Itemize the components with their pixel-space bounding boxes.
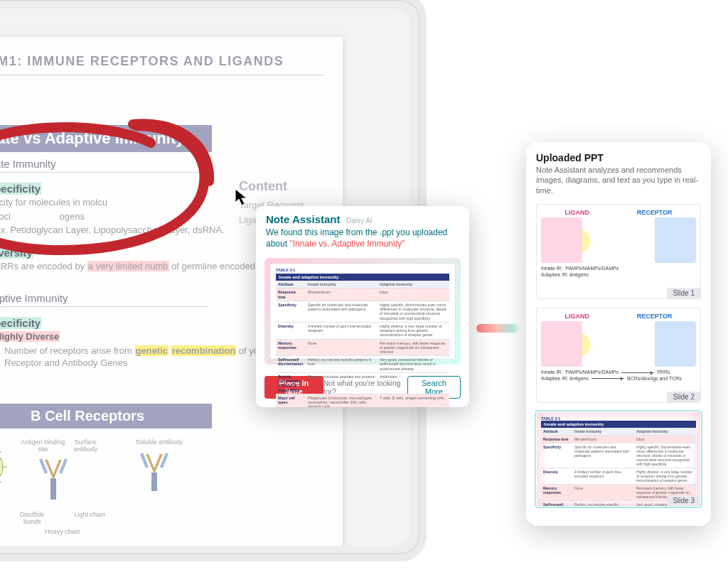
svg-line-7 xyxy=(0,451,1,454)
svg-rect-10 xyxy=(50,478,56,500)
connector-icon xyxy=(476,324,519,333)
result-table: TABLE 3-1 Innate and adaptive immunity A… xyxy=(270,264,455,359)
slide-number: Slide 1 xyxy=(667,288,700,298)
slide-content: LIGANDRECEPTOR Innate IR: PAMPs/MAMPs/DA… xyxy=(541,313,696,388)
slide-thumbnail-selected[interactable]: TABLE 3-1 Innate and adaptive immunity A… xyxy=(536,411,701,507)
ppt-panel-subtitle: Note Assistant analyzes and recommends i… xyxy=(536,165,701,195)
popover-brand: Daisy AI xyxy=(346,217,373,225)
slide-number: Slide 2 xyxy=(667,392,700,402)
figure-label: Surface antibody xyxy=(66,438,105,453)
slide-thumbnail[interactable]: LIGANDRECEPTOR Innate IR: PAMPs/MAMPs/DA… xyxy=(536,204,701,299)
svg-point-0 xyxy=(0,450,3,484)
figure-label: Antigen- binding receptor (antibody) xyxy=(0,490,9,518)
ppt-panel-title: Uploaded PPT xyxy=(536,152,701,163)
section-heading: Innate vs Adaptive Immunity xyxy=(0,125,212,152)
figure-label: Light chain xyxy=(74,511,105,525)
antibody-icon xyxy=(127,446,191,502)
popover-header: Note Assistant Daisy AI We found this im… xyxy=(256,206,469,252)
slide-number: Slide 3 xyxy=(667,495,700,506)
slide-content: TABLE 3-1 Innate and adaptive immunity A… xyxy=(541,416,696,492)
popover-subtitle: We found this image from the .ppt you up… xyxy=(266,227,459,249)
figure-row: B cell Antigen- binding receptor (antibo… xyxy=(0,438,324,535)
figure-label: Disulfide bonds xyxy=(20,511,45,525)
popover-result-image[interactable]: TABLE 3-1 Innate and adaptive immunity A… xyxy=(264,258,461,365)
page-title: GY | M1: IMMUNE RECEPTORS AND LIGANDS xyxy=(0,54,324,75)
subsection-label: Innate Immunity xyxy=(0,158,208,173)
figure-label: Heavy chain xyxy=(20,528,105,535)
slide-thumbnail[interactable]: LIGANDRECEPTOR Innate IR: PAMPs/MAMPs/DA… xyxy=(536,308,701,403)
svg-line-9 xyxy=(0,480,1,483)
svg-rect-11 xyxy=(151,473,157,491)
figure-antibody: Antigen binding site Surface antibody xyxy=(20,438,105,535)
figure-antibody-soluble: Soluble antibody xyxy=(117,438,202,504)
popover-title: Note Assistant xyxy=(266,213,340,225)
figure-label: Antigen binding site xyxy=(20,438,66,453)
stage: GY | M1: IMMUNE RECEPTORS AND LIGANDS Co… xyxy=(0,0,728,582)
figure-bcell: B cell Antigen- binding receptor (antibo… xyxy=(0,438,9,518)
subsection-label: Adaptive Immunity xyxy=(0,292,208,307)
figure-label: Soluble antibody xyxy=(117,438,202,446)
slide-content: LIGANDRECEPTOR Innate IR: PAMPs/MAMPs/DA… xyxy=(541,209,696,284)
antibody-icon xyxy=(23,453,102,510)
note-assistant-popover: Note Assistant Daisy AI We found this im… xyxy=(256,206,469,407)
cursor-icon xyxy=(235,188,250,207)
content-heading: Content xyxy=(239,179,324,194)
uploaded-ppt-panel: Uploaded PPT Note Assistant analyzes and… xyxy=(526,142,711,526)
figure-label: B cell xyxy=(0,438,9,446)
bcell-icon xyxy=(0,446,7,488)
section-bcell: B Cell Receptors B cell Antigen- binding… xyxy=(0,404,324,535)
section-heading: B Cell Receptors xyxy=(0,404,212,429)
subsection: Innate Immunity xyxy=(0,158,324,173)
